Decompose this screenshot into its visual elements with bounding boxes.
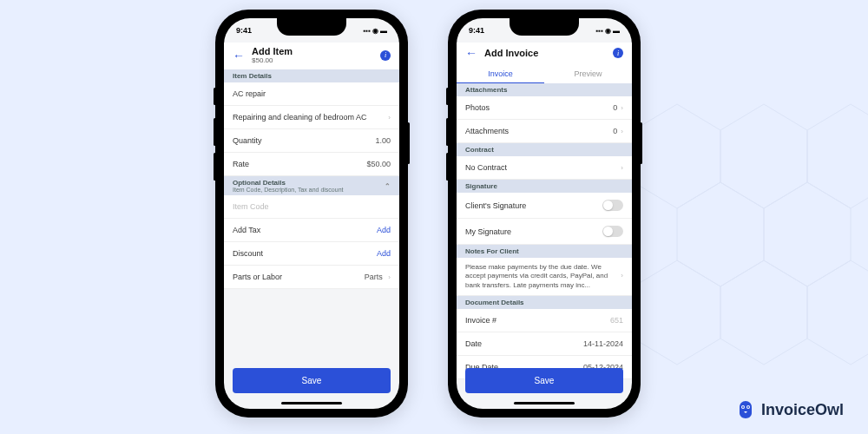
tab-invoice[interactable]: Invoice <box>457 65 544 83</box>
chevron-right-icon: › <box>388 273 391 281</box>
item-desc: Repairing and cleaning of bedroom AC <box>233 113 367 122</box>
optional-subtitle: Item Code, Description, Tax and discount <box>233 187 344 193</box>
back-arrow-icon[interactable]: ← <box>465 46 477 60</box>
section-signature: Signature <box>457 180 632 193</box>
date-value: 14-11-2024 <box>583 339 623 348</box>
wifi-icon: ◉ <box>605 27 611 35</box>
date-row[interactable]: Date 14-11-2024 <box>457 332 632 356</box>
client-signature-row: Client's Signature <box>457 193 632 219</box>
discount-label: Discount <box>233 249 263 258</box>
section-attachments: Attachments <box>457 83 632 96</box>
item-desc-row[interactable]: Repairing and cleaning of bedroom AC › <box>224 106 399 129</box>
quantity-value: 1.00 <box>375 136 391 145</box>
section-optional-details[interactable]: Optional Details Item Code, Description,… <box>224 176 399 195</box>
parts-label: Parts or Labor <box>233 273 282 281</box>
save-button[interactable]: Save <box>465 368 623 393</box>
section-notes: Notes For Client <box>457 245 632 258</box>
chevron-right-icon: › <box>621 128 623 135</box>
wifi-icon: ◉ <box>372 27 378 35</box>
info-icon[interactable]: i <box>613 48 623 58</box>
back-arrow-icon[interactable]: ← <box>233 49 245 62</box>
invoice-num-value: 651 <box>610 316 623 325</box>
contract-label: No Contract <box>465 163 507 172</box>
rate-label: Rate <box>233 160 249 168</box>
my-sig-label: My Signature <box>465 227 511 236</box>
section-document-details: Document Details <box>457 296 632 309</box>
item-name-row[interactable]: AC repair <box>224 82 399 106</box>
item-code-row[interactable]: Item Code <box>224 195 399 219</box>
status-time: 9:41 <box>236 26 252 35</box>
photos-count: 0 <box>613 103 617 112</box>
save-button[interactable]: Save <box>233 368 391 393</box>
section-contract: Contract <box>457 143 632 156</box>
signal-icon: ▪▪▪ <box>363 27 371 35</box>
rate-row[interactable]: Rate $50.00 <box>224 153 399 176</box>
status-time: 9:41 <box>469 26 484 35</box>
svg-point-10 <box>742 406 744 408</box>
notes-row[interactable]: Please make payments by the due date. We… <box>457 258 632 296</box>
phone-add-item: 9:41 ▪▪▪ ◉ ▬ ← Add Item $50.00 i It <box>215 10 408 418</box>
page-title: Add Item <box>252 46 373 56</box>
attachments-count: 0 <box>613 127 617 135</box>
phone-add-invoice: 9:41 ▪▪▪ ◉ ▬ ← Add Invoice i Invoice <box>448 10 641 418</box>
item-code-placeholder: Item Code <box>233 202 269 211</box>
signal-icon: ▪▪▪ <box>595 27 603 35</box>
parts-labor-row[interactable]: Parts or Labor Parts › <box>224 266 399 289</box>
photos-row[interactable]: Photos 0› <box>457 96 632 120</box>
battery-icon: ▬ <box>613 27 620 35</box>
invoice-number-row[interactable]: Invoice # 651 <box>457 309 632 332</box>
chevron-right-icon: › <box>621 104 623 112</box>
tab-preview[interactable]: Preview <box>544 65 632 83</box>
chevron-up-icon: ⌃ <box>385 182 391 190</box>
info-icon[interactable]: i <box>380 50 391 61</box>
tax-add-link[interactable]: Add <box>377 226 391 234</box>
quantity-row[interactable]: Quantity 1.00 <box>224 129 399 153</box>
attachments-label: Attachments <box>465 127 509 135</box>
home-indicator <box>281 402 342 404</box>
owl-icon <box>735 399 756 420</box>
quantity-label: Quantity <box>233 136 262 145</box>
chevron-right-icon: › <box>621 272 623 280</box>
battery-icon: ▬ <box>380 27 387 35</box>
discount-row[interactable]: Discount Add <box>224 242 399 266</box>
contract-row[interactable]: No Contract › <box>457 156 632 180</box>
add-tax-row[interactable]: Add Tax Add <box>224 219 399 242</box>
page-subtitle: $50.00 <box>252 56 373 64</box>
invoice-num-label: Invoice # <box>465 316 496 325</box>
client-sig-toggle[interactable] <box>602 200 623 211</box>
chevron-right-icon: › <box>621 164 623 172</box>
photos-label: Photos <box>465 103 490 112</box>
client-sig-label: Client's Signature <box>465 201 526 210</box>
home-indicator <box>514 402 575 404</box>
tax-label: Add Tax <box>233 226 260 234</box>
attachments-row[interactable]: Attachments 0› <box>457 120 632 143</box>
date-label: Date <box>465 339 482 348</box>
my-sig-toggle[interactable] <box>602 226 623 237</box>
rate-value: $50.00 <box>366 160 391 168</box>
chevron-right-icon: › <box>388 114 391 122</box>
brand-logo: InvoiceOwl <box>735 399 844 420</box>
my-signature-row: My Signature <box>457 219 632 245</box>
page-title: Add Invoice <box>484 48 606 58</box>
nav-header: ← Add Item $50.00 i <box>224 43 399 69</box>
svg-point-11 <box>747 406 749 408</box>
tabs: Invoice Preview <box>457 65 632 83</box>
discount-add-link[interactable]: Add <box>377 249 391 258</box>
parts-value: Parts <box>365 273 383 281</box>
optional-title: Optional Details <box>233 179 344 187</box>
item-name: AC repair <box>233 89 266 98</box>
section-item-details: Item Details <box>224 69 399 82</box>
brand-text: InvoiceOwl <box>761 401 844 419</box>
notes-text: Please make payments by the due date. We… <box>465 263 612 290</box>
nav-header: ← Add Invoice i <box>457 43 632 65</box>
